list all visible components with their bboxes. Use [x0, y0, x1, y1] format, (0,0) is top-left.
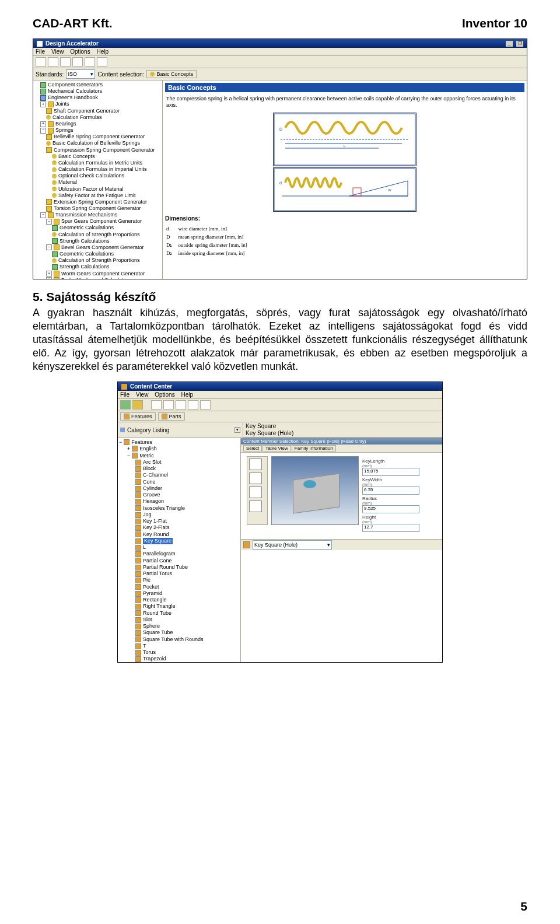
tree-item[interactable]: Sphere	[143, 623, 160, 629]
tree-item[interactable]: Key Round	[143, 531, 169, 538]
collapse-icon[interactable]: −	[127, 453, 130, 459]
tree-item[interactable]: Parallelogram	[143, 551, 176, 557]
tree-item[interactable]: Calculation Formulas in Imperial Units	[58, 166, 147, 173]
menu-help[interactable]: Help	[96, 48, 108, 55]
expand-icon[interactable]: +	[40, 102, 46, 107]
tree-item[interactable]: Geometric Calculations	[60, 225, 114, 231]
tree-item[interactable]: T	[143, 643, 146, 649]
collapse-icon[interactable]: −	[40, 212, 46, 218]
property-input[interactable]: 6.35	[362, 487, 419, 495]
tree-item[interactable]: Slot	[143, 617, 152, 623]
tree-item[interactable]: Worm Gears Component Generator	[61, 271, 145, 277]
tree-item[interactable]: Round Tube	[143, 610, 172, 617]
collapse-icon[interactable]: −	[46, 244, 52, 250]
tree-item[interactable]: Joints	[55, 101, 69, 107]
tree-item[interactable]: Torus	[143, 649, 156, 656]
property-input[interactable]: 15.875	[362, 468, 419, 476]
view-button[interactable]	[249, 459, 262, 470]
toolbar-button[interactable]	[200, 400, 211, 410]
toolbar-button[interactable]	[151, 400, 162, 410]
minimize-button[interactable]: _	[506, 41, 513, 47]
tree-item[interactable]: Safety Factor at the Fatigue Limit	[58, 192, 136, 199]
tree-item[interactable]: Key 1-Flat	[143, 518, 167, 524]
menu-options[interactable]: Options	[70, 48, 90, 55]
preview-thumbnail[interactable]	[271, 456, 359, 525]
toolbar-button[interactable]	[60, 57, 71, 66]
tree-item[interactable]: Square Tube	[143, 629, 173, 636]
tree-item[interactable]: Rectangle	[143, 597, 167, 603]
menu-file[interactable]: File	[36, 48, 45, 55]
item-key-square[interactable]: Key Square	[246, 423, 276, 429]
tree-item[interactable]: Key Square	[143, 538, 173, 544]
tab-parts[interactable]: Parts	[158, 412, 185, 421]
tree-item[interactable]: Brake Mechanical Calculator	[61, 277, 128, 279]
view-button[interactable]	[249, 501, 262, 512]
bottom-select[interactable]: Key Square (Hole)▾	[253, 540, 332, 550]
tree-item[interactable]: Mechanical Calculators	[48, 88, 102, 94]
collapse-icon[interactable]: −	[46, 219, 52, 225]
toolbar-button[interactable]	[176, 400, 186, 410]
tree-item[interactable]: Partial Cone	[143, 558, 172, 564]
tree-item[interactable]: Cone	[143, 479, 156, 485]
expand-icon[interactable]: +	[46, 271, 52, 276]
tree-item[interactable]: Engineer's Handbook	[48, 94, 98, 101]
menu-help[interactable]: Help	[181, 391, 193, 398]
menu-view[interactable]: View	[136, 391, 149, 398]
toolbar-button[interactable]	[72, 57, 83, 66]
expand-icon[interactable]: +	[46, 277, 52, 279]
tree-item[interactable]: Square Tube with Rounds	[143, 636, 204, 643]
toolbar-button[interactable]	[120, 400, 131, 410]
tab-features[interactable]: Features	[120, 412, 156, 421]
tree-item[interactable]: C-Channel	[143, 472, 168, 478]
tree-item[interactable]: Block	[143, 466, 156, 472]
title-bar[interactable]: Design Accelerator _ ❐	[33, 39, 527, 48]
menu-options[interactable]: Options	[155, 391, 174, 398]
content-tab-basic-concepts[interactable]: ?Basic Concepts	[146, 70, 197, 78]
tree-item[interactable]: Torsion Spring Component Generator	[54, 205, 141, 212]
features-tree[interactable]: −Features +English −Metric Arc SlotBlock…	[118, 438, 241, 662]
tree-item[interactable]: Material	[58, 179, 77, 186]
maximize-button[interactable]: ❐	[516, 41, 523, 47]
tree-item[interactable]: Springs	[55, 127, 74, 134]
tree-item[interactable]: Compression Spring Component Generator	[54, 147, 155, 153]
tree-item[interactable]: Pie	[143, 577, 150, 583]
tree-item[interactable]: Transmission Mechanisms	[55, 212, 117, 218]
menu-file[interactable]: File	[120, 391, 130, 398]
dropdown-icon[interactable]: ▾	[235, 427, 240, 433]
tree-item[interactable]: Partial Round Tube	[143, 564, 188, 570]
expand-icon[interactable]: +	[40, 121, 46, 127]
tree-item[interactable]: Geometric Calculations	[60, 251, 114, 257]
toolbar-button[interactable]	[97, 57, 107, 66]
tree-item[interactable]: Utilization Factor of Material	[58, 186, 124, 192]
tab-table-view[interactable]: Table View	[262, 445, 291, 452]
tab-select[interactable]: Select	[243, 445, 262, 452]
standards-select[interactable]: ISO▾	[66, 69, 95, 79]
tree-item[interactable]: Spur Gears Component Generator	[61, 218, 142, 225]
view-button[interactable]	[249, 473, 262, 484]
tree-item[interactable]: L	[143, 544, 146, 551]
tree-item[interactable]: Pocket	[143, 584, 159, 590]
tree-item[interactable]: Bevel Gears Component Generator	[61, 244, 144, 251]
tree-item[interactable]: Optional Check Calculations	[58, 173, 124, 179]
tree-item[interactable]: Bearings	[55, 121, 76, 127]
tree-item[interactable]: Pyramid	[143, 590, 162, 597]
tree-item[interactable]: Shaft Component Generator	[54, 108, 120, 114]
tree-item[interactable]: Trapezoid	[143, 656, 166, 662]
toolbar-button[interactable]	[36, 57, 46, 66]
tree-item[interactable]: Right Triangle	[143, 603, 176, 610]
tree-item[interactable]: Arc Slot	[143, 459, 162, 466]
toolbar-button[interactable]	[188, 400, 198, 410]
tree-item[interactable]: Cylinder	[143, 485, 162, 492]
toolbar-button[interactable]	[132, 400, 143, 410]
collapse-icon[interactable]: −	[119, 439, 122, 446]
view-button[interactable]	[249, 487, 262, 498]
tree-item[interactable]: Hexagon	[143, 498, 164, 505]
tree-item[interactable]: Calculation of Strength Proportions	[58, 257, 140, 264]
title-bar[interactable]: Content Center	[118, 382, 442, 391]
property-input[interactable]: 9.525	[362, 505, 419, 513]
tree-item[interactable]: Belleville Spring Component Generator	[54, 134, 145, 140]
tree-item[interactable]: Strength Calculations	[60, 264, 110, 270]
item-key-square-hole[interactable]: Key Square (Hole)	[246, 430, 293, 436]
tab-family-info[interactable]: Family Information	[292, 445, 336, 452]
tree-item[interactable]: Partial Torus	[143, 570, 172, 577]
